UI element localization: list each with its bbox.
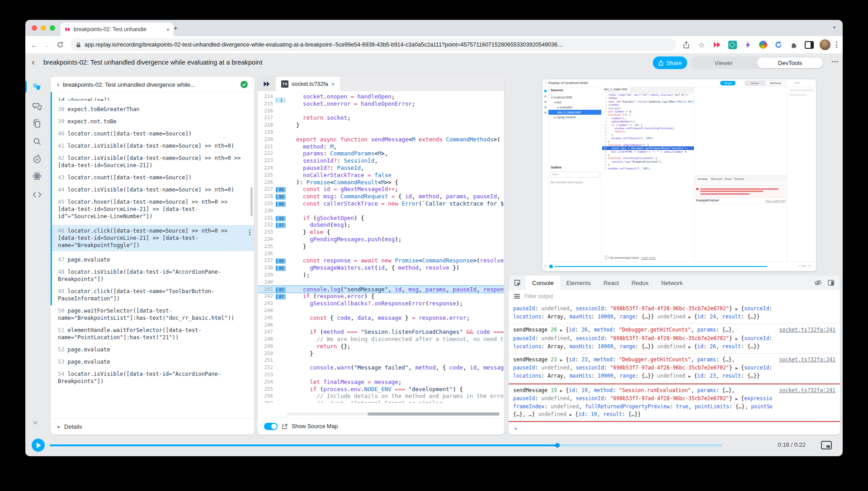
line-number[interactable]: 247	[258, 328, 276, 336]
code-line[interactable]: 219	[258, 129, 504, 136]
filter-menu-icon[interactable]	[514, 294, 520, 299]
console-filter-input[interactable]: Filter output	[524, 293, 553, 299]
new-tab-button[interactable]: +	[174, 24, 178, 32]
line-number[interactable]: 254	[258, 379, 276, 386]
source-tree-item[interactable]: doc_rr_basic.html	[548, 110, 601, 115]
sidebar-extension-icon[interactable]	[804, 40, 814, 50]
test-step-row[interactable]: 49locator.click([data-test-name="Toolbar…	[58, 288, 248, 302]
back-chevron[interactable]: ‹	[32, 57, 35, 67]
line-number[interactable]: 229	[258, 200, 276, 207]
line-number[interactable]: 232	[258, 221, 276, 229]
test-step-row[interactable]: 46locator.click([data-test-name=Source] …	[51, 225, 254, 251]
test-step-row[interactable]: 48locator.isVisible([data-test-id="Accor…	[58, 268, 248, 283]
lightning-extension-icon[interactable]	[743, 40, 753, 50]
code-line[interactable]: 216	[258, 108, 504, 115]
code-line[interactable]: 249 return {};	[258, 343, 504, 350]
code-line[interactable]: 248 // We are being disconnected after a…	[258, 336, 504, 343]
preview-console-tab[interactable]: Console	[696, 177, 709, 181]
line-number[interactable]: 252	[258, 364, 276, 371]
line-number[interactable]: 238	[258, 264, 276, 271]
test-step-row[interactable]: 50page.waitForSelector([data-test-name="…	[58, 307, 248, 322]
recording-preview-pane[interactable]: ‹ Replay of localhost:8080 Share ViewerD…	[542, 79, 816, 271]
preview-console-tab[interactable]: Network	[734, 178, 744, 180]
hit-count-badge[interactable]: 88	[276, 193, 289, 200]
code-line[interactable]: 233 } else {	[258, 229, 504, 236]
line-number[interactable]: 214	[258, 93, 276, 100]
hit-count-badge[interactable]: 1	[276, 114, 289, 122]
console-input-row[interactable]: »	[509, 422, 840, 435]
code-line[interactable]: 23188 if (gSocketOpen) {	[258, 215, 504, 222]
extensions-puzzle-icon[interactable]	[789, 40, 799, 50]
source-tree-item[interactable]: ▾ localhost:8080	[548, 95, 601, 100]
test-runner-masks-icon[interactable]	[32, 82, 42, 92]
code-line[interactable]: 225 noCallerStackTrace = false	[258, 172, 504, 179]
hit-count-badge[interactable]: 88	[276, 257, 289, 264]
close-tab-icon[interactable]: ×	[166, 26, 170, 33]
code-line[interactable]: 256 // Include details on the method and…	[258, 393, 504, 400]
console-tab-elements[interactable]: Elements	[560, 276, 597, 290]
test-step-row[interactable]: 53page.evaluate	[58, 358, 248, 365]
line-number[interactable]: 215	[258, 100, 276, 108]
avatar[interactable]	[820, 39, 830, 50]
console-tab-react[interactable]: React	[597, 276, 625, 290]
url-bar[interactable]: app.replay.io/recording/breakpoints-02-t…	[71, 38, 676, 51]
code-line[interactable]: 22888 const msg: CommandRequest = { id, …	[258, 193, 504, 200]
code-line[interactable]: 257 // _just_ "Internal Error" or simila…	[258, 400, 504, 403]
console-source-link[interactable]: socket.ts?32fa:241	[779, 387, 835, 394]
pause-information-icon[interactable]	[32, 154, 42, 164]
hit-count-badge[interactable]: 87	[276, 221, 289, 229]
line-number[interactable]: 224	[258, 164, 276, 172]
minimize-window-button[interactable]	[41, 25, 46, 31]
timeline-track[interactable]	[50, 444, 722, 446]
line-number[interactable]: 237	[258, 257, 276, 264]
teal-extension-icon[interactable]	[727, 40, 737, 50]
line-number[interactable]: 245	[258, 314, 276, 322]
code-line[interactable]: 2341 gPendingMessages.push(msg);	[258, 236, 504, 243]
comments-icon[interactable]	[32, 102, 42, 112]
line-number[interactable]: 239	[258, 271, 276, 279]
line-number[interactable]: 253	[258, 371, 276, 379]
code-line[interactable]: 245 const { code, data, message } = resp…	[258, 314, 504, 322]
line-number[interactable]: 227	[258, 186, 276, 193]
line-number[interactable]: 222	[258, 150, 276, 157]
hit-count-badge[interactable]: 88	[276, 264, 289, 271]
code-line[interactable]: 2171 return socket;	[258, 114, 504, 122]
line-number[interactable]: 228	[258, 193, 276, 200]
code-line[interactable]: 22988 const callerStackTrace = new Error…	[258, 200, 504, 207]
code-line[interactable]: 23287 doSend(msg);	[258, 221, 504, 229]
share-page-icon[interactable]	[681, 40, 691, 50]
line-number[interactable]: 217	[258, 114, 276, 122]
editor-tab[interactable]: TS socket.ts?32fa ×	[276, 77, 340, 91]
test-step-row[interactable]: 41locator.isVisible([data-test-name=Sour…	[58, 142, 248, 150]
console-message[interactable]: socket.ts?32fa:241sendMessage 26 ▶ {id: …	[509, 324, 840, 354]
test-step-row[interactable]: 39expect.not.toBe	[58, 118, 248, 125]
code-line[interactable]: 224 pauseId?: PauseId,	[258, 164, 504, 172]
video-frame-icon[interactable]	[821, 441, 832, 449]
line-number[interactable]: 243	[258, 300, 276, 307]
test-step-row[interactable]: 45locator.hover([data-test-name=Source] …	[58, 198, 248, 220]
react-icon[interactable]	[32, 171, 42, 181]
test-step-row[interactable]: 54locator.isVisible([data-test-id="Accor…	[58, 370, 248, 385]
code-line[interactable]: 240	[258, 279, 504, 286]
test-step-row[interactable]: id =SourceLine])	[58, 97, 248, 101]
code-line[interactable]: 222 params: CommandParams<M>,	[258, 150, 504, 157]
code-line[interactable]: 23888 gMessageWaiters.set(id, { method, …	[258, 264, 504, 271]
reload-icon[interactable]	[55, 40, 65, 50]
steps-back-chevron[interactable]: ‹	[57, 80, 59, 89]
console-message[interactable]: pauseId: undefined, sessionId: "698b53f7…	[509, 303, 840, 324]
bookmark-star-icon[interactable]: ☆	[697, 40, 707, 50]
devtools-tab[interactable]: DevTools	[757, 57, 823, 68]
line-number[interactable]: 225	[258, 172, 276, 179]
code-line[interactable]: 239 );	[258, 271, 504, 279]
code-line[interactable]: 24187 console.log("sendMessage", id, msg…	[258, 286, 504, 293]
forward-icon[interactable]: →	[43, 41, 50, 49]
source-tree-item[interactable]: ▸ replay-content/	[548, 115, 601, 120]
code-line[interactable]: 235 }	[258, 243, 504, 250]
browser-tab[interactable]: breakpoints-02: Test unhandle ×	[61, 23, 174, 36]
back-icon[interactable]: ←	[31, 41, 38, 49]
code-area[interactable]: 2141 socket.onopen = handleOpen;2151 soc…	[258, 91, 504, 403]
code-line[interactable]: 2151 socket.onerror = handleOpenError;	[258, 100, 504, 108]
console-tab-console[interactable]: Console	[526, 276, 560, 290]
editor-horizontal-scrollbar[interactable]	[287, 412, 500, 416]
steps-scrollbar[interactable]	[250, 187, 253, 216]
